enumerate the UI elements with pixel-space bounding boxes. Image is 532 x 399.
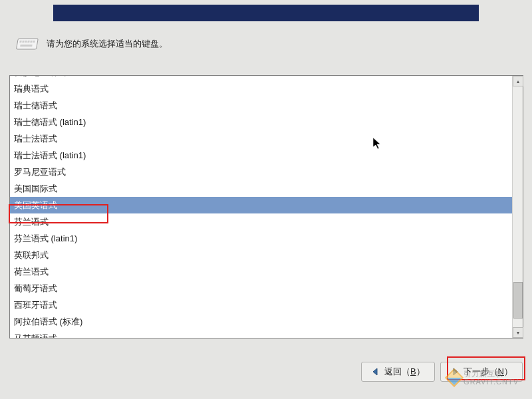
list-item[interactable]: 爱沙尼亚语式 <box>10 76 512 80</box>
svg-rect-5 <box>30 41 33 43</box>
list-item[interactable]: 瑞士德语式 (latin1) <box>10 114 512 130</box>
header-banner <box>53 5 479 21</box>
next-button[interactable]: 下一步（N） <box>440 362 523 382</box>
list-item[interactable]: 阿拉伯语式 (标准) <box>10 313 512 330</box>
list-item[interactable]: 美国英语式 <box>10 197 512 213</box>
list-item[interactable]: 美国国际式 <box>10 180 512 197</box>
next-button-label: 下一步（N） <box>464 366 513 378</box>
list-item[interactable]: 荷兰语式 <box>10 263 512 280</box>
prompt-text: 请为您的系统选择适当的键盘。 <box>47 38 168 50</box>
list-item[interactable]: 葡萄牙语式 <box>10 280 512 297</box>
svg-rect-4 <box>27 41 30 43</box>
list-item[interactable]: 瑞典语式 <box>10 80 512 97</box>
list-item[interactable]: 芬兰语式 <box>10 213 512 230</box>
svg-rect-1 <box>19 41 22 43</box>
list-item[interactable]: 西班牙语式 <box>10 297 512 313</box>
svg-marker-9 <box>454 368 458 375</box>
list-item[interactable]: 马其顿语式 <box>10 330 512 338</box>
keyboard-icon <box>16 36 39 52</box>
keyboard-listbox[interactable]: 爱沙尼亚语式瑞典语式瑞士德语式瑞士德语式 (latin1)瑞士法语式瑞士法语式 … <box>9 75 523 338</box>
scroll-up-button[interactable]: ▴ <box>513 76 523 86</box>
svg-marker-8 <box>373 368 377 375</box>
scroll-down-button[interactable]: ▾ <box>513 327 523 338</box>
arrow-right-icon <box>450 367 460 376</box>
back-button-label: 返回（B） <box>384 366 425 378</box>
scrollbar[interactable]: ▴ ▾ <box>512 76 523 338</box>
button-row: 返回（B） 下一步（N） <box>361 362 523 382</box>
list-item[interactable]: 罗马尼亚语式 <box>10 164 512 180</box>
arrow-left-icon <box>371 367 380 376</box>
list-item[interactable]: 英联邦式 <box>10 247 512 263</box>
list-item[interactable]: 瑞士德语式 <box>10 97 512 114</box>
svg-rect-3 <box>25 41 27 43</box>
scroll-thumb[interactable] <box>513 282 523 319</box>
svg-rect-7 <box>20 45 33 47</box>
back-button[interactable]: 返回（B） <box>361 362 435 382</box>
list-item[interactable]: 瑞士法语式 <box>10 130 512 147</box>
svg-rect-0 <box>16 39 38 49</box>
svg-rect-2 <box>22 41 25 43</box>
svg-rect-6 <box>33 41 35 43</box>
list-item[interactable]: 芬兰语式 (latin1) <box>10 230 512 247</box>
prompt-row: 请为您的系统选择适当的键盘。 <box>16 36 168 52</box>
list-item[interactable]: 瑞士法语式 (latin1) <box>10 147 512 164</box>
